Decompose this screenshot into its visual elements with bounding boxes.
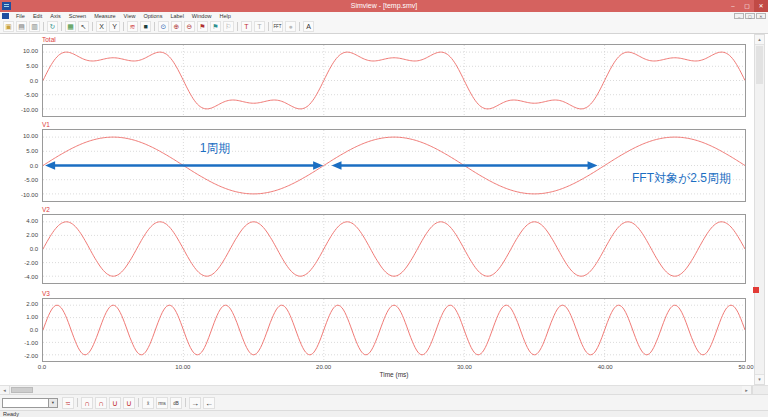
toolbar-separator (138, 398, 139, 407)
menu-window[interactable]: Window (188, 12, 216, 20)
menu-measure[interactable]: Measure (90, 12, 119, 20)
panel-title: Total (42, 36, 768, 43)
toolbar-separator (92, 22, 93, 31)
font-icon[interactable]: A (303, 21, 314, 32)
next-local-min-icon[interactable]: ∪ (123, 397, 135, 409)
horizontal-scroll-thumb[interactable] (11, 387, 33, 393)
local-max-icon[interactable]: ∩ (81, 397, 93, 409)
menu-axis[interactable]: Axis (46, 12, 64, 20)
y-axis: 10.005.000.0-5.00-10.00 (0, 44, 42, 117)
y-tick-label: -5.00 (24, 92, 38, 98)
y-tick-label: 0.0 (30, 163, 38, 169)
toolbar-separator (123, 22, 124, 31)
open-file-icon[interactable]: ▣ (3, 21, 14, 32)
vertical-scrollbar[interactable]: ▴ ▾ (754, 34, 765, 385)
measure-toolbar: ▾ ≈∩∩∪∪x̄rmsdB→← (0, 394, 768, 410)
toolbar-separator (185, 398, 186, 407)
toolbar-separator (43, 22, 44, 31)
menu-file[interactable]: File (12, 12, 29, 20)
window-title: Simview - [temp.smv] (0, 0, 768, 12)
child-restore-button[interactable]: ▢ (745, 13, 755, 19)
view-datapoints-icon[interactable]: ≈ (62, 397, 74, 409)
toolbar-separator (268, 22, 269, 31)
simview-window: Simview - [temp.smv] – ▢ ✕ File Edit Axi… (0, 0, 768, 417)
print-icon[interactable]: ▤ (16, 21, 27, 32)
measure-select[interactable]: ▾ (2, 398, 58, 408)
select-cursor-icon[interactable]: ↖ (78, 21, 89, 32)
local-min-icon[interactable]: ∪ (109, 397, 121, 409)
y-tick-label: 5.00 (26, 63, 38, 69)
menu-view[interactable]: View (120, 12, 140, 20)
child-minimize-button[interactable]: – (734, 13, 744, 19)
menu-label[interactable]: Label (166, 12, 187, 20)
toolbar-separator (61, 22, 62, 31)
scroll-right-icon[interactable]: ▸ (742, 386, 752, 394)
y-axis: 4.002.000.0-2.00-4.00 (0, 214, 42, 284)
menu-help[interactable]: Help (215, 12, 234, 20)
plot-canvas-v1[interactable]: 1周期FFT対象が2.5周期 (42, 129, 746, 202)
prev-page-icon[interactable]: ← (203, 397, 215, 409)
panel-title: V2 (42, 206, 768, 213)
x-axis-title: Time (ms) (42, 371, 746, 380)
y-tick-label: -2.00 (24, 353, 38, 359)
y-tick-label: 0.0 (30, 327, 38, 333)
screen-color-icon[interactable]: ■ (140, 21, 151, 32)
y-tick-label: 2.00 (26, 301, 38, 307)
y-tick-label: 0.0 (30, 246, 38, 252)
edit-graph-icon[interactable]: ▦ (65, 21, 76, 32)
document-icon (2, 13, 9, 19)
y-axis: 10.005.000.0-5.00-10.00 (0, 129, 42, 202)
average-icon[interactable]: x̄ (142, 397, 154, 409)
scroll-left-icon[interactable]: ◂ (0, 386, 10, 394)
menu-edit[interactable]: Edit (29, 12, 46, 20)
status-text: Ready (3, 411, 19, 417)
zoom-out-icon[interactable]: ⊖ (184, 21, 195, 32)
next-page-icon[interactable]: → (189, 397, 201, 409)
zoom-in-icon[interactable]: ⊕ (171, 21, 182, 32)
x-tick-label: 20.00 (316, 364, 331, 370)
y-tick-label: -2.00 (24, 260, 38, 266)
add-curve-icon[interactable]: ≋ (127, 21, 138, 32)
scroll-up-icon[interactable]: ▴ (755, 35, 764, 45)
plot-panel-v1: V110.005.000.0-5.00-10.001周期FFT対象が2.5周期 (0, 121, 768, 202)
horizontal-scrollbar[interactable]: ◂ ▸ (0, 385, 768, 394)
measure-x-cursor-icon[interactable]: ⚑ (197, 21, 208, 32)
fft-icon[interactable]: FFT (272, 21, 283, 32)
y-axis-icon[interactable]: Y (109, 21, 120, 32)
y-axis: 2.001.000.0-1.00-2.00 (0, 298, 42, 362)
x-tick-label: 40.00 (598, 364, 613, 370)
toolbar-separator (77, 398, 78, 407)
panel-title: V3 (42, 290, 768, 297)
scrollbar-corner (752, 386, 768, 394)
text-label-icon[interactable]: T (241, 21, 252, 32)
reload-data-icon[interactable]: ↻ (47, 21, 58, 32)
fft-options-icon[interactable]: ● (285, 21, 296, 32)
db-icon[interactable]: dB (170, 397, 182, 409)
plot-canvas-v2[interactable] (42, 214, 746, 284)
text-label-disabled-icon[interactable]: T (254, 21, 265, 32)
measure-y-cursor-icon[interactable]: ⚑ (210, 21, 221, 32)
fft-annotation-label[interactable]: FFT対象が2.5周期 (632, 170, 731, 187)
chevron-down-icon[interactable]: ▾ (48, 399, 57, 407)
plot-canvas-total[interactable] (42, 44, 746, 117)
x-axis-icon[interactable]: X (96, 21, 107, 32)
menu-options[interactable]: Options (139, 12, 166, 20)
child-close-button[interactable]: ✕ (756, 13, 766, 19)
measure-free-cursor-icon[interactable]: ⚐ (223, 21, 234, 32)
next-local-max-icon[interactable]: ∩ (95, 397, 107, 409)
scroll-down-icon[interactable]: ▾ (755, 374, 764, 384)
period-annotation-label[interactable]: 1周期 (200, 140, 231, 157)
y-tick-label: -5.00 (24, 177, 38, 183)
toolbar-separator (299, 22, 300, 31)
y-tick-label: -1.00 (24, 340, 38, 346)
x-tick-label: 10.00 (175, 364, 190, 370)
plot-canvas-v3[interactable] (42, 298, 746, 362)
rms-icon[interactable]: rms (156, 397, 168, 409)
menu-screen[interactable]: Screen (65, 12, 90, 20)
x-axis: 0.010.0020.0030.0040.0050.00 (0, 364, 768, 371)
copy-to-clipboard-icon[interactable]: ▥ (29, 21, 40, 32)
x-tick-label: 30.00 (457, 364, 472, 370)
zoom-icon[interactable]: ⊙ (158, 21, 169, 32)
vertical-scroll-thumb[interactable] (756, 46, 763, 84)
status-bar: Ready (0, 410, 768, 417)
